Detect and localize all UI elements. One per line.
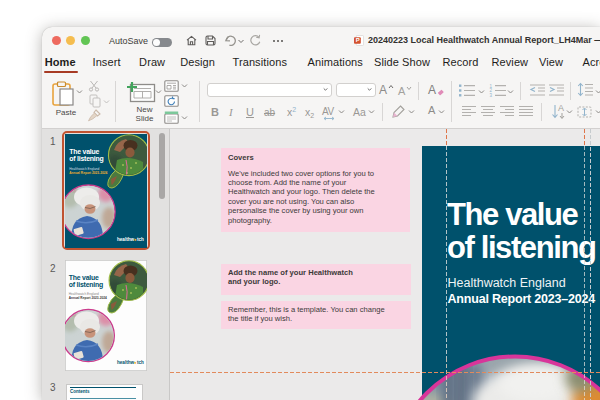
svg-text:healthw●tch: healthw●tch	[117, 360, 144, 365]
svg-text:A: A	[558, 103, 564, 113]
svg-text:3: 3	[490, 93, 493, 98]
svg-text:healthw●tch: healthw●tch	[117, 237, 144, 242]
svg-text:P: P	[356, 37, 360, 43]
